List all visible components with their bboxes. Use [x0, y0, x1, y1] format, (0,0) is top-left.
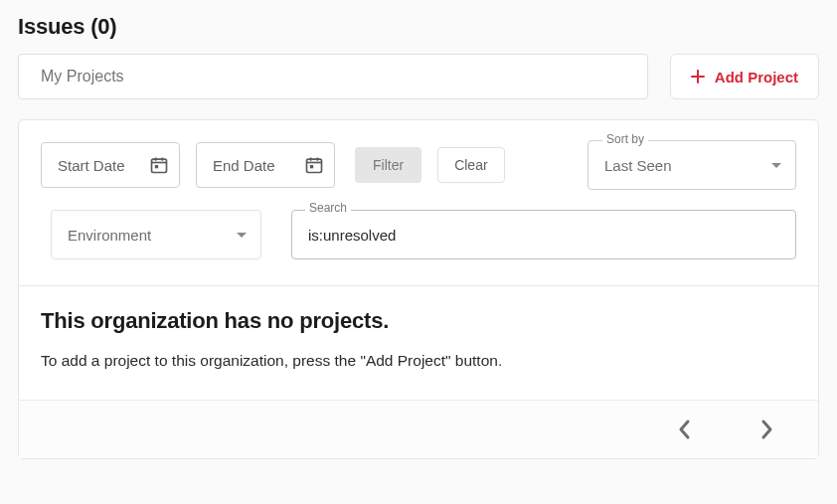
environment-select[interactable]: Environment: [51, 210, 261, 259]
filters-section: Start Date End Date Filter Clear: [19, 120, 818, 286]
svg-rect-2: [307, 159, 322, 172]
prev-page-button[interactable]: [669, 415, 699, 444]
sort-by-label: Sort by: [602, 132, 648, 146]
svg-rect-3: [310, 165, 313, 168]
plus-icon: [691, 70, 705, 84]
search-field-wrap: Search: [291, 210, 796, 259]
calendar-icon: [304, 155, 324, 175]
start-date-placeholder: Start Date: [58, 157, 125, 174]
svg-rect-0: [152, 159, 167, 172]
calendar-icon: [149, 155, 169, 175]
add-project-label: Add Project: [715, 69, 798, 85]
next-page-button[interactable]: [753, 415, 782, 444]
chevron-down-icon: [237, 233, 247, 238]
empty-text: To add a project to this organization, p…: [41, 352, 796, 370]
filters-row-2: Environment Search: [41, 210, 796, 259]
filter-button[interactable]: Filter: [355, 147, 421, 183]
chevron-right-icon: [760, 419, 774, 440]
add-project-button[interactable]: Add Project: [670, 54, 819, 99]
chevron-down-icon: [771, 163, 781, 168]
top-bar: Add Project: [18, 54, 819, 99]
svg-rect-1: [155, 165, 158, 168]
pagination: [19, 400, 818, 458]
empty-heading: This organization has no projects.: [41, 308, 796, 334]
projects-input[interactable]: [18, 54, 648, 99]
clear-button[interactable]: Clear: [437, 147, 504, 183]
sort-by-select[interactable]: Sort by Last Seen: [587, 140, 796, 190]
issues-card: Start Date End Date Filter Clear: [18, 119, 819, 459]
sort-by-value: Last Seen: [604, 157, 672, 174]
end-date-placeholder: End Date: [213, 157, 275, 174]
start-date-field[interactable]: Start Date: [41, 142, 180, 188]
page-title: Issues (0): [18, 14, 819, 40]
chevron-left-icon: [677, 419, 691, 440]
environment-placeholder: Environment: [68, 227, 151, 244]
search-label: Search: [305, 201, 351, 215]
empty-state: This organization has no projects. To ad…: [19, 286, 818, 400]
filters-row-1: Start Date End Date Filter Clear: [41, 140, 796, 190]
end-date-field[interactable]: End Date: [196, 142, 335, 188]
search-input[interactable]: [291, 210, 796, 259]
